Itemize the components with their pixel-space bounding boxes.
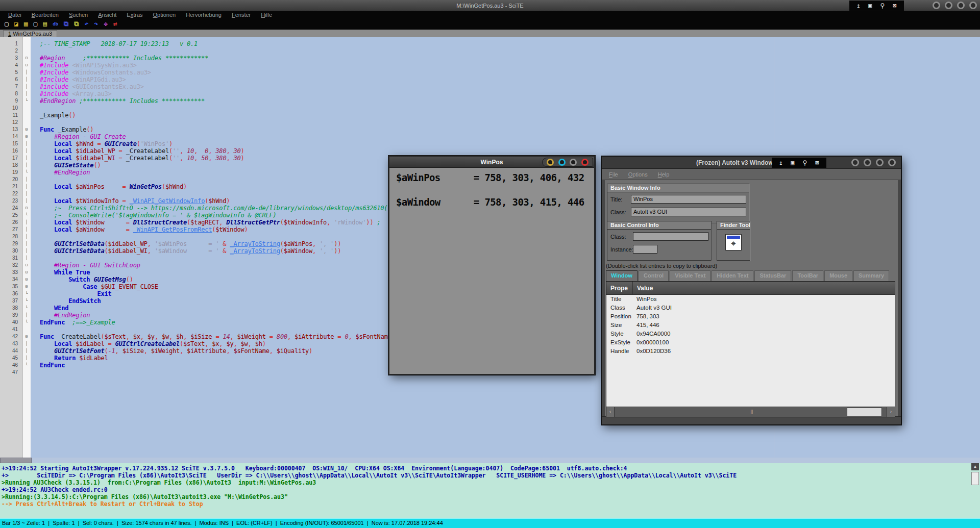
fold-toggle[interactable]: ⊟ (22, 62, 31, 69)
maximize-button[interactable] (558, 159, 566, 166)
open-icon[interactable]: ◪ (14, 18, 18, 30)
fold-toggle[interactable]: ⊟ (22, 276, 31, 283)
listview-hscrollbar[interactable]: ‹ || › (606, 407, 895, 417)
column-prope[interactable]: Prope (606, 282, 633, 294)
close-button[interactable] (581, 159, 589, 166)
control-class-field[interactable] (633, 232, 708, 241)
undo-icon[interactable]: ↶ (85, 18, 89, 30)
save-icon[interactable]: ▦ (24, 18, 28, 30)
scroll-up-icon[interactable]: ▲ (971, 463, 979, 470)
pin-icon[interactable]: ⚲ (880, 1, 885, 11)
menu-datei[interactable]: Datei (3, 11, 27, 18)
finder-tool-icon[interactable]: ⌖ (725, 234, 742, 250)
winpos-window[interactable]: WinPos $aWinPos = 758, 303, 406, 432 $aW… (388, 156, 595, 375)
winpos-titlebar[interactable]: WinPos (389, 157, 594, 168)
fold-toggle[interactable]: ⊟ (22, 283, 31, 290)
minimize-button[interactable] (547, 159, 554, 166)
window-button[interactable] (969, 2, 977, 9)
editor-hscroll-thumb[interactable] (0, 458, 32, 463)
listview-hscroll-thumb[interactable] (847, 408, 882, 416)
fold-toggle[interactable]: ⊟ (22, 333, 31, 340)
overlay-close-icon[interactable]: ⊠ (815, 158, 819, 168)
tab-hidden-text[interactable]: Hidden Text (712, 270, 753, 281)
editor-hscrollbar[interactable] (0, 458, 980, 463)
tab-summary[interactable]: Summary (853, 270, 889, 281)
fold-toggle[interactable]: ⊟ (22, 126, 31, 133)
window-button[interactable] (888, 159, 896, 166)
table-row[interactable]: Handle0x0D120D36 (606, 347, 895, 356)
replace-icon[interactable]: ⇄ (113, 18, 117, 30)
scroll-left-icon[interactable]: ‹ (606, 407, 615, 417)
menu-extras[interactable]: Extras (121, 11, 148, 18)
menu-ansicht[interactable]: Ansicht (93, 11, 121, 18)
window-class-field[interactable]: AutoIt v3 GUI (631, 208, 746, 216)
find-icon[interactable]: ✥ (104, 18, 108, 30)
tab-window[interactable]: Window (606, 270, 638, 281)
listview-header[interactable]: Prope Value (606, 282, 895, 295)
info-menu-options[interactable]: Options (623, 169, 653, 180)
fold-toggle[interactable]: ⊟ (22, 262, 31, 269)
property-listview[interactable]: Prope Value TitleWinPosClassAutoIt v3 GU… (606, 281, 895, 417)
scroll-right-icon[interactable]: › (887, 407, 895, 417)
fold-toggle[interactable]: ⊟ (22, 133, 31, 140)
snap-window-icon[interactable]: ▣ (868, 1, 872, 11)
app-titlebar[interactable]: M:\WinGetPos.au3 - SciTE ↥▣⚲⊠ (0, 0, 980, 11)
tab-wingetpos[interactable]: 1 WinGetPos.au3 (3, 30, 57, 37)
menu-suchen[interactable]: Suchen (64, 11, 93, 18)
rollup-icon[interactable]: ↥ (779, 158, 782, 168)
tab-visible-text[interactable]: Visible Text (670, 270, 710, 281)
pin-icon[interactable]: ⚲ (802, 158, 807, 168)
shade-button[interactable] (570, 159, 577, 166)
fold-toggle[interactable]: ⊟ (22, 205, 31, 212)
output-vscroll-thumb[interactable] (971, 472, 979, 485)
column-value[interactable]: Value (633, 282, 895, 294)
code-text (31, 190, 40, 197)
fold-mark: └ (22, 297, 31, 305)
window-button[interactable] (864, 159, 871, 166)
tab-control[interactable]: Control (639, 270, 669, 281)
window-button[interactable] (957, 2, 965, 9)
rollup-icon[interactable]: ↥ (856, 1, 860, 11)
tab-toolbar[interactable]: ToolBar (792, 270, 823, 281)
print-icon[interactable]: ▤ (43, 18, 47, 30)
instance-field[interactable] (633, 245, 657, 254)
close-file-icon[interactable]: ▢ (33, 18, 37, 30)
window-title-field[interactable]: WinPos (631, 195, 746, 204)
code-text: #Include <WinAPIGdi.au3> (31, 76, 126, 83)
table-row[interactable]: ClassAutoIt v3 GUI (606, 304, 895, 312)
output-vscrollbar[interactable]: ▲ (971, 463, 979, 518)
overlay-close-icon[interactable]: ⊠ (893, 1, 896, 11)
tab-statusbar[interactable]: StatusBar (754, 270, 791, 281)
codeblock-icon[interactable]: db (53, 18, 58, 30)
scroll-track[interactable]: || (615, 407, 887, 417)
output-pane[interactable]: +>19:24:52 Starting AutoIt3Wrapper v.17.… (0, 463, 980, 518)
window-info-tool[interactable]: (Frozen) AutoIt v3 Window Info ↥▣⚲⊠ File… (601, 156, 901, 425)
tab-mouse[interactable]: Mouse (824, 270, 852, 281)
copy-icon[interactable]: ⧉ (64, 18, 68, 30)
menu-hilfe[interactable]: Hilfe (256, 11, 277, 18)
table-row[interactable]: TitleWinPos (606, 295, 895, 304)
table-row[interactable]: Size415, 446 (606, 321, 895, 330)
window-button[interactable] (933, 2, 940, 9)
table-row[interactable]: Position758, 303 (606, 312, 895, 321)
window-button[interactable] (851, 159, 859, 166)
snap-window-icon[interactable]: ▣ (791, 158, 794, 168)
menu-fenster[interactable]: Fenster (227, 11, 256, 18)
new-document-icon[interactable]: ▢ (5, 18, 9, 30)
window-button[interactable] (876, 159, 884, 166)
table-row[interactable]: ExStyle0x00000100 (606, 338, 895, 347)
fold-toggle[interactable]: ⊟ (22, 269, 31, 276)
line-number: 43 (0, 340, 22, 347)
redo-icon[interactable]: ↷ (94, 18, 98, 30)
menu-hervorhebung[interactable]: Hervorhebung (181, 11, 227, 18)
window-button[interactable] (945, 2, 952, 9)
menu-optionen[interactable]: Optionen (148, 11, 181, 18)
winpos-label-wi: $aWindow = 758, 303, 415, 446 (396, 196, 584, 208)
info-menu-file[interactable]: File (604, 169, 623, 180)
menu-bearbeiten[interactable]: Bearbeiten (27, 11, 64, 18)
fold-toggle[interactable]: ⊟ (22, 55, 31, 62)
table-row[interactable]: Style0x94CA0000 (606, 330, 895, 338)
info-titlebar[interactable]: (Frozen) AutoIt v3 Window Info ↥▣⚲⊠ (602, 157, 901, 169)
paste-icon[interactable]: ⧉ (74, 18, 79, 30)
info-menu-help[interactable]: Help (653, 169, 675, 180)
